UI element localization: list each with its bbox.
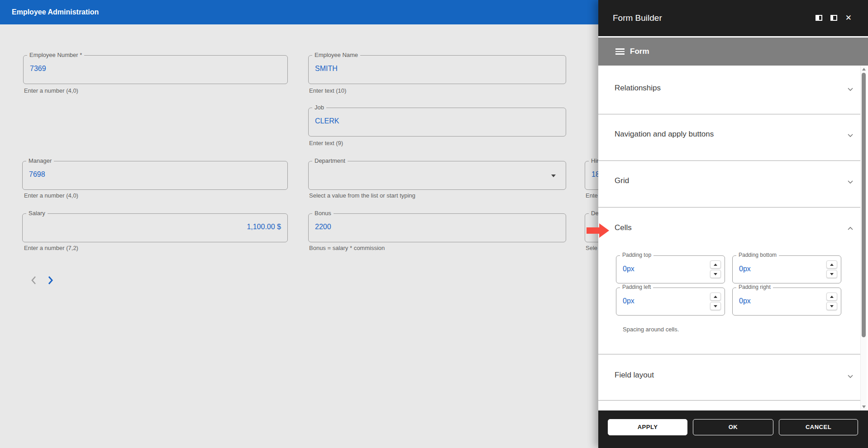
increment-button[interactable] [710,292,721,301]
next-record-button[interactable] [43,274,57,287]
bonus-field[interactable]: Bonus 2200 [308,213,566,242]
padding-top-field[interactable]: Padding top 0px [616,255,725,283]
form-builder-title: Form Builder [613,0,662,36]
job-label: Job [312,104,326,111]
arrow-down-icon [714,305,717,307]
department-label: Department [312,157,348,164]
chevron-left-icon [27,274,41,287]
job-field[interactable]: Job CLERK [308,108,566,137]
scrollbar-thumb[interactable] [862,73,866,337]
increment-button[interactable] [826,292,837,301]
menu-icon [615,48,625,55]
padding-top-stepper [710,260,721,279]
job-value: CLERK [315,117,339,125]
employee-name-label: Employee Name [312,52,360,58]
manager-value: 7698 [29,170,45,179]
arrow-up-icon [714,264,717,266]
department-field[interactable]: Department [308,161,566,190]
job-helper: Enter text (9) [309,140,343,146]
ok-button[interactable]: OK [693,419,773,435]
salary-label: Salary [26,210,48,217]
form-builder-panel: Form Builder ✕ Form Relationships Naviga… [598,0,868,448]
section-relationships-label: Relationships [615,84,661,93]
bonus-value: 2200 [315,223,331,231]
salary-value: 1,100.00 $ [247,223,281,231]
scroll-down-icon[interactable] [862,406,866,408]
section-grid[interactable]: Grid [598,176,861,198]
manager-label: Manager [26,157,54,164]
padding-bottom-field[interactable]: Padding bottom 0px [732,255,841,283]
pointer-arrow-tail [587,227,600,234]
form-builder-footer: APPLY OK CANCEL [598,410,868,448]
chevron-down-icon [846,85,854,95]
pointer-arrow [587,223,609,238]
section-divider [598,207,861,207]
panel-scrollbar[interactable] [860,66,867,410]
dock-right-icon[interactable] [830,15,837,21]
chevron-right-icon [43,274,57,287]
employee-name-helper: Enter text (10) [309,87,346,94]
padding-bottom-stepper [826,260,837,279]
manager-helper: Enter a number (4,0) [24,192,78,199]
dropdown-caret-icon[interactable] [551,174,556,177]
previous-record-button[interactable] [27,274,41,287]
padding-right-value: 0px [739,297,751,305]
chevron-down-icon [846,372,854,382]
padding-top-label: Padding top [620,252,653,258]
section-navigation-label: Navigation and apply buttons [615,130,714,139]
cells-helper-text: Spacing around cells. [623,326,679,333]
padding-bottom-label: Padding bottom [736,252,779,258]
employee-name-field[interactable]: Employee Name SMITH [308,55,566,84]
salary-helper: Enter a number (7,2) [24,245,78,251]
department2-helper: Sele [586,245,597,251]
arrow-up-icon [830,296,834,298]
padding-left-field[interactable]: Padding left 0px [616,288,725,316]
dock-left-icon[interactable] [816,15,822,21]
apply-button[interactable]: APPLY [608,419,687,435]
screen: Employee Administration Employee Number … [0,0,868,448]
section-field-layout[interactable]: Field layout [598,371,861,392]
padding-bottom-value: 0px [739,265,751,273]
chevron-down-icon [846,131,854,141]
decrement-button[interactable] [710,302,721,310]
increment-button[interactable] [826,260,837,269]
decrement-button[interactable] [710,270,721,278]
hire-date-helper: Ente [586,192,598,199]
section-relationships[interactable]: Relationships [598,84,861,105]
employee-number-value: 7369 [30,65,46,73]
bonus-label: Bonus [312,210,334,217]
salary-field[interactable]: Salary 1,100.00 $ [22,213,288,242]
decrement-button[interactable] [826,270,837,278]
cancel-button[interactable]: CANCEL [779,419,858,435]
section-cells-label: Cells [615,223,632,232]
section-cells[interactable]: Cells [598,223,861,245]
employee-number-helper: Enter a number (4,0) [24,87,78,94]
arrow-up-icon [714,296,717,298]
page-title: Employee Administration [12,0,99,24]
padding-right-stepper [826,292,837,311]
employee-number-field[interactable]: Employee Number * 7369 [23,55,288,84]
section-divider [598,160,861,161]
section-grid-label: Grid [615,176,629,185]
padding-right-field[interactable]: Padding right 0px [732,288,841,316]
arrow-up-icon [830,264,834,266]
bonus-helper: Bonus = salary * commission [309,245,385,251]
padding-right-label: Padding right [736,284,773,290]
arrow-down-icon [830,273,834,275]
form-menu-bar[interactable]: Form [598,38,868,66]
decrement-button[interactable] [826,302,837,310]
employee-name-value: SMITH [315,65,338,73]
padding-left-stepper [710,292,721,311]
pointer-arrow-head [599,223,609,238]
section-divider [598,114,861,114]
chevron-up-icon [846,225,854,235]
padding-left-label: Padding left [620,284,653,290]
chevron-down-icon [846,178,854,188]
section-navigation[interactable]: Navigation and apply buttons [598,130,861,151]
padding-top-value: 0px [623,265,634,273]
scroll-up-icon[interactable] [862,68,866,71]
manager-field[interactable]: Manager 7698 [22,161,288,190]
increment-button[interactable] [710,260,721,269]
close-icon[interactable]: ✕ [845,15,852,21]
arrow-down-icon [714,273,717,275]
